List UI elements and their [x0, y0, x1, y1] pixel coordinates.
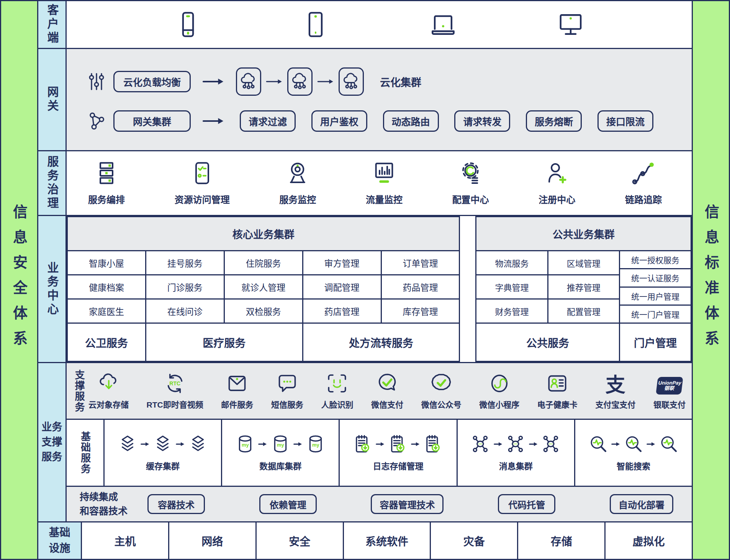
unified-services-column: 统一授权服务 统一认证服务 统一用户管理 统一门户管理 [620, 251, 691, 323]
arrow-right-small-icon [529, 441, 538, 447]
search-pulse-icon [659, 434, 679, 454]
health-card-icon [546, 372, 568, 395]
alipay-zhi-icon: 支 [604, 372, 627, 395]
message-nodes-icon [541, 434, 561, 454]
core-service-cell: 调配管理 [303, 275, 381, 298]
support-service-label: 电子健康卡 [537, 398, 578, 410]
log-storage-cell: 日志存储管理 [340, 420, 456, 486]
basic-services-strip: 基础服务 缓存集群 my [67, 420, 692, 486]
basic-service-label: 缓存集群 [146, 459, 180, 472]
arrow-right-small-icon [411, 441, 420, 447]
core-service-cell: 双检服务 [225, 300, 302, 323]
cloud-cluster-caption: 云化集群 [380, 74, 421, 89]
public-cluster-title: 公共业务集群 [476, 217, 691, 250]
wechat-pay-check-icon [376, 372, 398, 395]
core-business-cluster: 核心业务集群 智康小屋 挂号服务 住院服务 审方管理 订单管理 健康档案 门诊服… [67, 216, 460, 362]
network-nodes-icon [87, 111, 106, 131]
resource-checklist-icon [190, 161, 214, 185]
laptop-icon [430, 11, 457, 38]
smart-search-icons [588, 434, 679, 454]
cicd-box: 容器管理技术 [371, 494, 444, 514]
rtc-badge-text: RTC [164, 380, 186, 386]
business-center-content: 核心业务集群 智康小屋 挂号服务 住院服务 审方管理 订单管理 健康档案 门诊服… [67, 216, 692, 362]
support-service-label: 支付宝支付 [595, 398, 635, 410]
public-service-cell: 物流服务 [476, 251, 547, 274]
governance-item-label: 注册中心 [538, 192, 575, 206]
public-cluster-column: 物流服务 字典管理 财务管理 [476, 251, 547, 323]
diagram-body: 客户端 网关 云化负载均衡 [38, 1, 692, 559]
support-service-label: 云对象存储 [88, 398, 129, 410]
infrastructure-row-label: 基础 设施 [49, 525, 70, 556]
cache-cluster-cell: 缓存集群 [105, 420, 221, 486]
support-services-strip: 支撑服务 云对象存储 RTC RTC即时音视频 邮件服务 [67, 363, 692, 419]
unified-service-cell: 统一授权服务 [620, 251, 691, 268]
basic-service-label: 智能搜索 [617, 459, 650, 472]
support-service-label: 人脸识别 [321, 398, 353, 410]
cache-layers-icon [153, 434, 173, 454]
governance-item-label: 链路追踪 [625, 192, 662, 206]
traffic-chart-icon [372, 161, 396, 185]
unionpay-logo-line2: 银联 [664, 386, 674, 391]
smartphone-icon [175, 11, 201, 38]
infrastructure-cell: 虚拟化 [606, 522, 692, 559]
gateway-feature-box: 请求转发 [454, 110, 510, 132]
core-service-cell: 药店管理 [303, 300, 381, 323]
governance-item: 服务编排 [88, 161, 125, 206]
cicd-boxes: 容器技术 依赖管理 容器管理技术 代码托管 自动化部署 [147, 494, 673, 514]
message-nodes-icon [471, 434, 491, 454]
row-business-center: 业务中心 核心业务集群 智康小屋 挂号服务 住院服务 审方管理 订单管理 健康档… [38, 216, 692, 362]
public-service-cell: 财务管理 [476, 300, 547, 323]
core-service-cell: 健康档案 [68, 275, 145, 298]
gateway-content: 云化负载均衡 云化集群 网关集群 请求过滤 用户鉴权 [67, 49, 692, 150]
row-infrastructure: 基础 设施 主机 网络 安全 系统软件 灾备 存储 虚拟化 [38, 522, 692, 559]
database-cluster-icons: my my my [235, 434, 326, 454]
gateway-feature-box: 接口限流 [597, 110, 653, 132]
server-stack-icon [94, 161, 119, 185]
support-service-item: 支 支付宝支付 [595, 372, 635, 410]
support-service-item: 微信小程序 [479, 372, 519, 410]
governance-row-label-cell: 服务治理 [38, 151, 65, 215]
architecture-diagram: 信息安全体系 客户端 网关 云化负载均衡 [0, 0, 730, 560]
governance-item: 资源访问管理 [175, 161, 230, 206]
gateway-cluster-box: 网关集群 [113, 110, 191, 132]
basic-service-label: 日志存储管理 [373, 459, 423, 472]
rtc-loop-icon: RTC [164, 372, 186, 395]
governance-item-label: 资源访问管理 [175, 192, 230, 206]
support-service-item: 微信支付 [371, 372, 403, 410]
message-cluster-cell: 消息集群 [458, 420, 574, 486]
arrow-right-icon [266, 77, 283, 86]
arrow-right-icon [202, 116, 224, 126]
business-center-row-label-cell: 业务中心 [38, 216, 65, 362]
public-service-cell: 配置管理 [548, 300, 619, 323]
core-service-cell: 智康小屋 [68, 251, 145, 274]
search-pulse-icon [624, 434, 643, 454]
arrow-right-small-icon [611, 441, 620, 447]
public-service-cell: 区域管理 [548, 251, 619, 274]
log-storage-icons [353, 434, 443, 454]
infrastructure-cell: 灾备 [431, 522, 517, 559]
mysql-badge-text: my [270, 442, 290, 448]
cloud-load-balancer-box: 云化负载均衡 [113, 71, 191, 92]
cache-layers-icon [188, 434, 208, 454]
core-service-cell: 药品管理 [382, 275, 459, 298]
governance-item-label: 配置中心 [452, 192, 489, 206]
business-support-row-label-cell: 业务 支撑 服务 [38, 363, 65, 521]
cloud-network-icon [290, 72, 309, 91]
cache-cluster-icons [118, 434, 208, 454]
unionpay-logo-icon: UnionPay 银联 [656, 377, 683, 395]
row-client: 客户端 [38, 1, 692, 48]
sms-bubble-icon [276, 372, 298, 395]
governance-row-label: 服务治理 [44, 156, 61, 211]
arrow-right-icon [202, 77, 224, 86]
mini-program-s-icon [488, 372, 511, 395]
gateway-feature-box: 用户鉴权 [311, 110, 367, 132]
core-service-cell: 挂号服务 [146, 251, 224, 274]
row-gateway: 网关 云化负载均衡 云化集群 网关集群 [38, 49, 692, 150]
core-service-cell: 家庭医生 [68, 300, 145, 323]
security-system-pillar: 信息安全体系 [1, 1, 37, 559]
support-service-item: 人脸识别 [321, 372, 353, 410]
support-services-items: 云对象存储 RTC RTC即时音视频 邮件服务 短信服务 [88, 372, 686, 410]
support-service-label: 微信公众号 [421, 398, 462, 410]
arrow-right-small-icon [141, 441, 150, 447]
gateway-cluster-line: 网关集群 请求过滤 用户鉴权 动态路由 请求转发 服务熔断 接口限流 [87, 110, 692, 132]
